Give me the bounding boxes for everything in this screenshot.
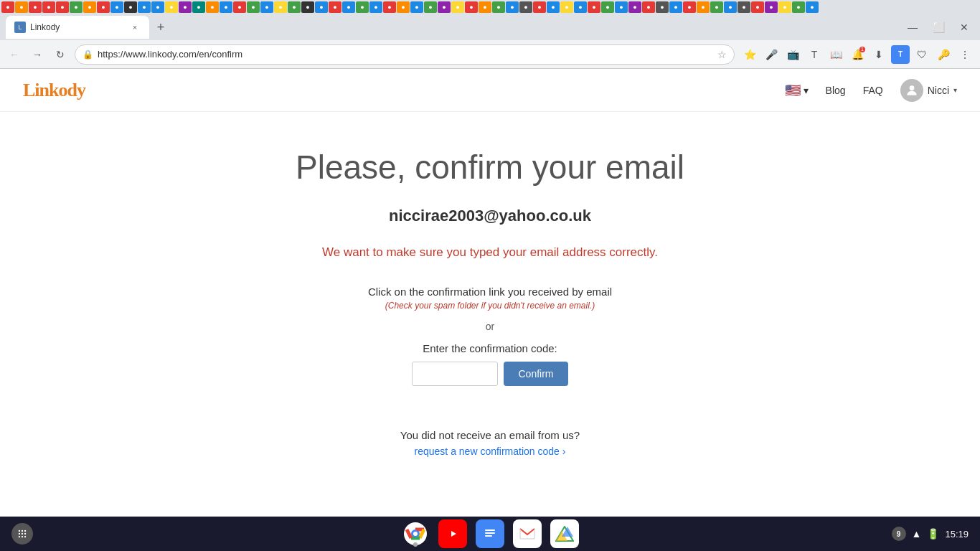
bm-icon-39[interactable]: ●	[519, 1, 532, 13]
bm-icon-12[interactable]: ●	[151, 1, 164, 13]
flag-icon: 🇺🇸	[785, 83, 801, 98]
instruction-text: Click on the confirmation link you recei…	[368, 286, 612, 298]
active-tab[interactable]: L Linkody ×	[6, 16, 149, 39]
logo[interactable]: Linkody	[23, 80, 85, 101]
bm-icon-25[interactable]: ●	[329, 1, 341, 13]
bm-icon-51[interactable]: ●	[683, 1, 696, 13]
bm-icon-13[interactable]: ●	[165, 1, 178, 13]
resend-link[interactable]: request a new confirmation code ›	[400, 446, 580, 457]
download-icon[interactable]: ⬇	[870, 45, 888, 64]
or-divider: or	[368, 321, 612, 332]
password-icon[interactable]: 🔑	[934, 45, 953, 64]
bm-icon-55[interactable]: ●	[738, 1, 750, 13]
bm-icon-41[interactable]: ●	[547, 1, 560, 13]
url-bar[interactable]: 🔒 https://www.linkody.com/en/confirm ☆	[75, 44, 735, 65]
bm-icon-30[interactable]: ●	[397, 1, 410, 13]
bm-icon-46[interactable]: ●	[615, 1, 628, 13]
translate2-icon[interactable]: T	[891, 45, 910, 64]
bm-icon-31[interactable]: ●	[410, 1, 423, 13]
language-selector[interactable]: 🇺🇸 ▾	[785, 83, 809, 98]
confirm-button[interactable]: Confirm	[504, 362, 567, 386]
svg-point-0	[909, 85, 914, 90]
bm-icon-15[interactable]: ●	[192, 1, 205, 13]
bm-icon-57[interactable]: ●	[765, 1, 778, 13]
bm-icon-60[interactable]: ●	[806, 1, 819, 13]
bm-icon-44[interactable]: ●	[588, 1, 600, 13]
bm-icon-37[interactable]: ●	[492, 1, 505, 13]
bm-icon-32[interactable]: ●	[424, 1, 437, 13]
notification-icon[interactable]: 🔔 1	[848, 45, 867, 64]
bm-icon-8[interactable]: ●	[97, 1, 110, 13]
back-button[interactable]: ←	[6, 46, 23, 63]
bm-icon-11[interactable]: ●	[138, 1, 151, 13]
address-bar: ← → ↻ 🔒 https://www.linkody.com/en/confi…	[0, 40, 980, 69]
bm-icon-59[interactable]: ●	[792, 1, 805, 13]
bm-icon-29[interactable]: ●	[383, 1, 396, 13]
avatar	[900, 79, 923, 102]
bm-icon-3[interactable]: ●	[29, 1, 42, 13]
bm-icon-40[interactable]: ●	[533, 1, 546, 13]
bm-icon-26[interactable]: ●	[342, 1, 355, 13]
bm-icon-14[interactable]: ●	[179, 1, 192, 13]
bm-icon-56[interactable]: ●	[751, 1, 764, 13]
bm-icon-22[interactable]: ●	[288, 1, 301, 13]
extensions-icon[interactable]: ⭐	[740, 45, 759, 64]
microphone-icon[interactable]: 🎤	[762, 45, 781, 64]
bookmark-star-icon[interactable]: ☆	[717, 49, 727, 60]
translate-icon[interactable]: T	[805, 45, 824, 64]
bm-icon-33[interactable]: ●	[438, 1, 451, 13]
bm-icon-16[interactable]: ●	[206, 1, 219, 13]
bm-icon-24[interactable]: ●	[315, 1, 328, 13]
confirmation-code-input[interactable]	[412, 362, 498, 386]
bm-icon-27[interactable]: ●	[356, 1, 369, 13]
bm-icon-43[interactable]: ●	[574, 1, 587, 13]
tab-bar: L Linkody × + — ⬜ ✕	[0, 14, 980, 40]
bm-icon-2[interactable]: ●	[15, 1, 28, 13]
bm-icon-49[interactable]: ●	[656, 1, 669, 13]
bm-icon-28[interactable]: ●	[369, 1, 382, 13]
reload-button[interactable]: ↻	[52, 46, 69, 63]
bm-icon-58[interactable]: ●	[778, 1, 791, 13]
blog-link[interactable]: Blog	[826, 85, 846, 96]
maximize-button[interactable]: ⬜	[928, 17, 948, 37]
bm-icon-54[interactable]: ●	[724, 1, 737, 13]
close-button[interactable]: ✕	[954, 17, 974, 37]
bm-icon-36[interactable]: ●	[479, 1, 491, 13]
user-menu[interactable]: Nicci ▾	[900, 79, 957, 102]
bm-icon-7[interactable]: ●	[83, 1, 96, 13]
minimize-button[interactable]: —	[903, 17, 923, 37]
tab-close-button[interactable]: ×	[129, 22, 141, 33]
bm-icon-17[interactable]: ●	[220, 1, 232, 13]
bm-icon-9[interactable]: ●	[110, 1, 123, 13]
bm-icon-18[interactable]: ●	[233, 1, 246, 13]
new-tab-button[interactable]: +	[151, 17, 171, 37]
shield-icon[interactable]: 🛡	[913, 45, 931, 64]
bm-icon-6[interactable]: ●	[70, 1, 83, 13]
bm-icon-38[interactable]: ●	[506, 1, 519, 13]
faq-link[interactable]: FAQ	[863, 85, 883, 96]
url-text: https://www.linkody.com/en/confirm	[98, 49, 713, 60]
bm-icon-47[interactable]: ●	[628, 1, 641, 13]
bm-icon-48[interactable]: ●	[642, 1, 655, 13]
bm-icon-4[interactable]: ●	[42, 1, 55, 13]
bm-icon-53[interactable]: ●	[710, 1, 723, 13]
forward-button[interactable]: →	[29, 46, 46, 63]
bm-icon-21[interactable]: ●	[274, 1, 287, 13]
bm-icon-23[interactable]: ●	[301, 1, 314, 13]
more-icon[interactable]: ⋮	[956, 45, 974, 64]
reader-mode-icon[interactable]: 📖	[826, 45, 845, 64]
bm-icon-10[interactable]: ●	[124, 1, 137, 13]
bm-icon-1[interactable]: ●	[1, 1, 14, 13]
bm-icon-42[interactable]: ●	[560, 1, 573, 13]
cast-icon[interactable]: 📺	[783, 45, 802, 64]
bm-icon-45[interactable]: ●	[601, 1, 614, 13]
bm-icon-20[interactable]: ●	[260, 1, 273, 13]
bm-icon-35[interactable]: ●	[465, 1, 478, 13]
page-content: Linkody 🇺🇸 ▾ Blog FAQ Nicci ▾ Please, co…	[0, 69, 980, 486]
bm-icon-34[interactable]: ●	[451, 1, 464, 13]
site-header: Linkody 🇺🇸 ▾ Blog FAQ Nicci ▾	[0, 69, 980, 112]
bm-icon-19[interactable]: ●	[247, 1, 260, 13]
bm-icon-50[interactable]: ●	[669, 1, 682, 13]
bm-icon-52[interactable]: ●	[697, 1, 710, 13]
bm-icon-5[interactable]: ●	[56, 1, 69, 13]
